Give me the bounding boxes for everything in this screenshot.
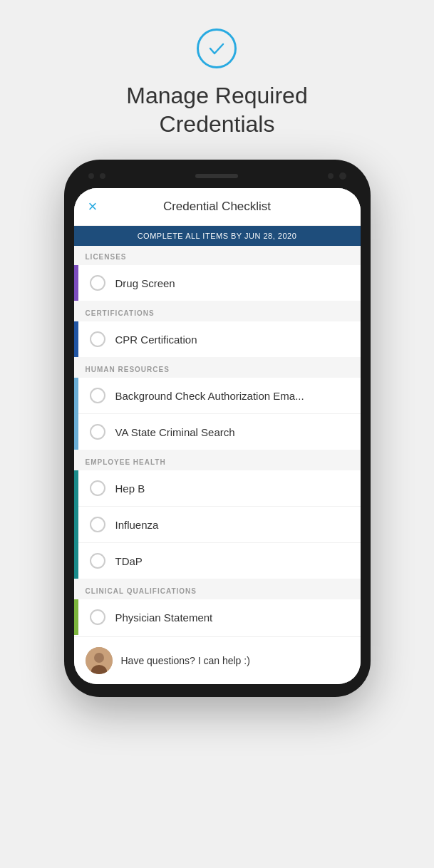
hero-section: Manage Required Credentials: [126, 29, 307, 138]
item-radio[interactable]: [90, 388, 105, 403]
phone-screen: × Credential Checklist COMPLETE ALL ITEM…: [74, 188, 361, 684]
item-label: TDaP: [115, 555, 143, 567]
camera-dot: [328, 173, 334, 179]
checklist-group-certifications: CPR Certification: [74, 321, 361, 357]
item-label: Influenza: [115, 519, 159, 531]
category-color-bar: [74, 470, 78, 579]
check-circle-icon: [197, 29, 237, 68]
item-label: Physician Statement: [115, 611, 213, 624]
page-title: Manage Required Credentials: [126, 81, 307, 138]
chat-message: Have questions? I can help :): [121, 655, 250, 666]
sensor-dot: [100, 173, 105, 179]
svg-point-1: [94, 653, 104, 663]
category-color-bar: [74, 265, 78, 301]
item-label: Hep B: [115, 482, 145, 495]
item-label: Drug Screen: [115, 277, 175, 289]
item-radio[interactable]: [90, 275, 105, 291]
category-label-human-resources: HUMAN RESOURCES: [74, 358, 361, 378]
item-radio[interactable]: [90, 517, 105, 532]
checklist-item-drug-screen[interactable]: Drug Screen: [74, 265, 361, 301]
close-button[interactable]: ×: [88, 197, 98, 216]
checklist-item-tdap[interactable]: TDaP: [74, 543, 361, 579]
sensor-dot: [88, 173, 94, 179]
checklist-group-clinical: Physician Statement: [74, 599, 361, 635]
category-color-bar: [74, 321, 78, 357]
phone-top-bar: [74, 172, 361, 188]
category-label-licenses: LICENSES: [74, 246, 361, 265]
category-label-clinical: CLINICAL QUALIFICATIONS: [74, 580, 361, 599]
item-radio[interactable]: [90, 424, 105, 440]
app-header: × Credential Checklist: [74, 188, 361, 226]
checklist-group-human-resources: Background Check Authorization Ema...VA …: [74, 378, 361, 450]
item-radio[interactable]: [90, 609, 105, 625]
checklist-item-physician[interactable]: Physician Statement: [74, 599, 361, 635]
checklist-item-hep-b[interactable]: Hep B: [74, 470, 361, 507]
category-label-employee-health: EMPLOYEE HEALTH: [74, 451, 361, 470]
checklist-item-bg-check[interactable]: Background Check Authorization Ema...: [74, 378, 361, 414]
item-label: Background Check Authorization Ema...: [115, 390, 304, 402]
deadline-banner: COMPLETE ALL ITEMS BY JUN 28, 2020: [74, 226, 361, 246]
checklist-body: LICENSESDrug ScreenCERTIFICATIONSCPR Cer…: [74, 246, 361, 635]
item-label: VA State Criminal Search: [115, 426, 235, 438]
phone-sensors: [88, 173, 105, 179]
screen-title: Credential Checklist: [163, 200, 271, 214]
avatar: [86, 647, 113, 674]
category-label-certifications: CERTIFICATIONS: [74, 302, 361, 321]
item-radio[interactable]: [90, 553, 105, 569]
phone-speaker: [195, 174, 238, 178]
checklist-item-cpr[interactable]: CPR Certification: [74, 321, 361, 357]
category-color-bar: [74, 599, 78, 635]
camera-lens: [339, 172, 346, 180]
checklist-group-employee-health: Hep BInfluenzaTDaP: [74, 470, 361, 579]
item-label: CPR Certification: [115, 334, 197, 346]
phone-cameras: [328, 172, 346, 180]
category-color-bar: [74, 378, 78, 450]
item-radio[interactable]: [90, 480, 105, 496]
chat-bar[interactable]: Have questions? I can help :): [74, 636, 361, 684]
checklist-item-influenza[interactable]: Influenza: [74, 507, 361, 543]
phone-device: × Credential Checklist COMPLETE ALL ITEM…: [64, 160, 371, 697]
checklist-group-licenses: Drug Screen: [74, 265, 361, 301]
item-radio[interactable]: [90, 331, 105, 347]
checklist-item-va-criminal[interactable]: VA State Criminal Search: [74, 414, 361, 450]
